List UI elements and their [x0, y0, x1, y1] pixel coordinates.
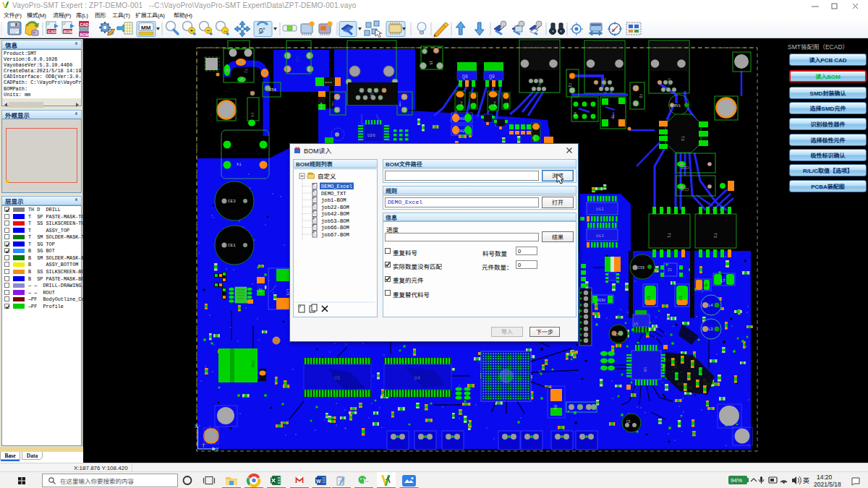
svg-text:F5: F5: [639, 94, 642, 98]
svg-text:348: 348: [493, 101, 496, 107]
svg-text:C116: C116: [681, 166, 689, 169]
svg-text:job66-BOM: job66-BOM: [321, 225, 349, 231]
svg-text:job1-BOM: job1-BOM: [321, 197, 346, 203]
svg-text:U26: U26: [367, 133, 375, 138]
svg-text:CAD: CAD: [80, 22, 89, 27]
svg-text:自定义: 自定义: [318, 171, 336, 180]
svg-text:61C8: 61C8: [325, 81, 332, 84]
svg-text:Z1: Z1: [668, 268, 672, 273]
svg-text:CN1: CN1: [370, 93, 373, 98]
svg-text:L3: L3: [708, 327, 713, 332]
svg-text:2021/5/18: 2021/5/18: [814, 481, 841, 488]
svg-text:L8: L8: [703, 283, 707, 288]
svg-text:FG1: FG1: [294, 56, 299, 63]
svg-text:BOM: BOM: [64, 30, 73, 34]
svg-text:T5: T5: [610, 114, 614, 119]
svg-text:CE1: CE1: [228, 243, 236, 248]
svg-text:C61: C61: [331, 101, 334, 107]
svg-text:L5: L5: [678, 296, 682, 301]
svg-text:1S: 1S: [429, 61, 433, 65]
svg-text:W: W: [316, 479, 321, 484]
svg-text:9dP5: 9dP5: [603, 78, 606, 86]
svg-text:F4: F4: [250, 113, 254, 117]
svg-text:K1: K1: [572, 112, 576, 116]
svg-text:9dP2: 9dP2: [667, 78, 671, 86]
svg-text:R290: R290: [597, 299, 605, 302]
svg-text:job67-BOM: job67-BOM: [321, 232, 349, 238]
svg-text:C7: C7: [615, 333, 619, 337]
svg-text:DEMO_Excel: DEMO_Excel: [321, 184, 352, 189]
svg-text:RV1: RV1: [674, 104, 681, 108]
svg-text:X: X: [195, 424, 198, 429]
svg-text:T2: T2: [680, 136, 685, 142]
svg-text:job42-BOM: job42-BOM: [321, 211, 349, 217]
svg-text:94%: 94%: [731, 477, 742, 484]
svg-text:U13: U13: [596, 234, 604, 239]
svg-text:T1: T1: [666, 233, 671, 239]
svg-text:C5: C5: [626, 420, 631, 424]
svg-text:↔: ↔: [224, 28, 229, 33]
svg-text:Q9: Q9: [489, 74, 495, 80]
svg-text:C60: C60: [399, 101, 401, 107]
svg-text:job53-BOM: job53-BOM: [321, 218, 349, 224]
svg-text:CAD: CAD: [48, 30, 56, 34]
svg-text:英: 英: [803, 476, 809, 485]
svg-text:2S01: 2S01: [251, 360, 255, 368]
svg-text:L4: L4: [708, 303, 713, 308]
svg-text:341: 341: [459, 117, 464, 121]
svg-text:9dP6: 9dP6: [537, 78, 541, 86]
svg-text:T4: T4: [236, 161, 242, 166]
svg-text:341: 341: [460, 101, 463, 107]
svg-text:14:20: 14:20: [817, 474, 833, 481]
svg-text:Z2: Z2: [258, 288, 262, 293]
svg-text:L7: L7: [720, 278, 726, 283]
svg-text:254: 254: [269, 87, 277, 93]
svg-text:F3: F3: [568, 83, 571, 87]
svg-text:T2: T2: [243, 69, 247, 73]
svg-text:T: T: [202, 443, 205, 448]
svg-text:−: −: [207, 28, 210, 33]
svg-text:341: 341: [506, 103, 509, 108]
svg-text:L5: L5: [647, 296, 650, 301]
svg-text:U12: U12: [596, 207, 604, 212]
svg-text:X6: X6: [553, 405, 557, 409]
svg-text:BOM: BOM: [80, 33, 90, 37]
svg-text:U7: U7: [633, 321, 638, 326]
svg-text:C59: C59: [638, 266, 644, 270]
svg-text:N: N: [612, 28, 615, 33]
svg-text:R376: R376: [320, 103, 323, 110]
svg-text:T3: T3: [712, 233, 718, 239]
svg-text:U8: U8: [642, 367, 647, 372]
svg-text:X: X: [216, 447, 219, 452]
svg-text:C115: C115: [681, 187, 689, 191]
svg-text:342: 342: [459, 129, 464, 133]
svg-text:CE3: CE3: [228, 199, 236, 204]
svg-text:+: +: [190, 28, 193, 33]
svg-text:3343: 3343: [533, 134, 536, 142]
svg-text:Q8: Q8: [462, 74, 468, 80]
svg-text:MM: MM: [141, 25, 151, 31]
svg-text:DEMO_TXT: DEMO_TXT: [321, 191, 346, 197]
svg-text:job22-BOM: job22-BOM: [321, 205, 349, 210]
